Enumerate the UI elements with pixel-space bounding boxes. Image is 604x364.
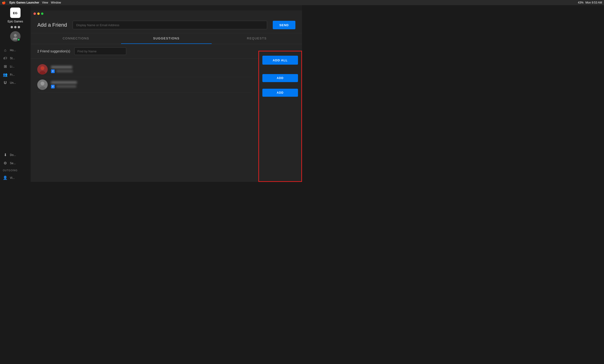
sidebar-item-downloads[interactable]: ⬇ Do... — [0, 151, 31, 159]
profile-label: Vi... — [10, 176, 15, 179]
tabs: CONNECTIONS SUGGESTIONS REQUESTS — [31, 33, 302, 44]
svg-point-5 — [41, 66, 44, 70]
maximize-button[interactable] — [41, 13, 43, 15]
outgoing-section-label: OUTGOING — [0, 167, 31, 174]
tl-3 — [18, 26, 20, 28]
store-label: St... — [10, 57, 15, 60]
library-icon: ⊞ — [3, 64, 8, 69]
sidebar-bottom: ⬇ Do... ⚙ Se... OUTGOING 👤 Vi... — [0, 151, 31, 182]
window-menu[interactable]: Window — [51, 1, 61, 4]
suggestion-count: 2 Friend suggestion(s) — [37, 49, 70, 53]
svg-point-3 — [13, 38, 18, 40]
sidebar-nav: ⌂ Ho... 🏷 St... ⊞ Li... 👥 Fr... U Un... — [0, 46, 31, 87]
unreal-icon: U — [3, 81, 8, 85]
action-panel: ADD ALL ADD ADD — [258, 51, 302, 182]
suggestion-name — [51, 66, 72, 68]
tab-requests[interactable]: REQUESTS — [212, 33, 302, 44]
suggestion-name — [51, 81, 77, 84]
sidebar-item-unreal[interactable]: U Un... — [0, 79, 31, 87]
user-avatar-wrap — [10, 31, 21, 41]
traffic-lights — [11, 26, 20, 28]
add-friend-search-input[interactable] — [73, 21, 267, 29]
friends-label: Fr... — [10, 73, 15, 76]
add-all-button[interactable]: ADD ALL — [262, 56, 298, 65]
avatar — [37, 79, 48, 90]
settings-label: Se... — [10, 162, 16, 165]
home-icon: ⌂ — [3, 48, 8, 52]
list-item: f — [37, 62, 252, 77]
app-container: EG Epic Games ⌂ Ho... 🏷 — [0, 5, 302, 182]
svg-point-2 — [14, 34, 17, 37]
sidebar-brand-label: Epic Games — [8, 20, 23, 23]
tab-connections[interactable]: CONNECTIONS — [31, 33, 121, 44]
suggestion-sub — [56, 70, 73, 72]
tl-1 — [11, 26, 13, 28]
sidebar: EG Epic Games ⌂ Ho... 🏷 — [0, 5, 31, 182]
epic-games-logo: EG — [10, 8, 21, 18]
settings-icon: ⚙ — [3, 161, 8, 165]
sidebar-item-store[interactable]: 🏷 St... — [0, 54, 31, 62]
suggestion-info: f — [51, 66, 73, 73]
sidebar-item-settings[interactable]: ⚙ Se... — [0, 159, 31, 167]
menubar: 🍎 Epic Games Launcher View Window 43% Mo… — [0, 0, 302, 5]
sidebar-item-home[interactable]: ⌂ Ho... — [0, 46, 31, 54]
close-button[interactable] — [34, 13, 36, 15]
unreal-label: Un... — [10, 81, 16, 85]
library-label: Li... — [10, 65, 14, 68]
sidebar-item-profile[interactable]: 👤 Vi... — [0, 174, 31, 182]
downloads-icon: ⬇ — [3, 153, 8, 157]
window-titlebar — [31, 10, 302, 17]
tl-2 — [14, 26, 16, 28]
send-button[interactable]: SEND — [273, 21, 295, 29]
sidebar-item-friends[interactable]: 👥 Fr... — [0, 71, 31, 79]
add-friend-panel: Add a Friend SEND CONNECTIONS SUGGESTION… — [31, 17, 302, 182]
add-button-2[interactable]: ADD — [262, 89, 298, 97]
downloads-label: Do... — [10, 153, 16, 157]
suggestion-sub — [56, 85, 76, 88]
tab-suggestions[interactable]: SUGGESTIONS — [121, 33, 211, 44]
suggestion-via: f — [51, 69, 73, 73]
online-badge — [17, 38, 20, 41]
minimize-button[interactable] — [37, 13, 40, 15]
window-frame: Add a Friend SEND CONNECTIONS SUGGESTION… — [31, 10, 302, 182]
home-label: Ho... — [10, 49, 16, 52]
apple-menu[interactable]: 🍎 — [2, 1, 6, 4]
panel-title: Add a Friend — [37, 22, 67, 28]
friends-icon: 👥 — [3, 72, 8, 77]
svg-text:EG: EG — [13, 11, 17, 15]
add-button-1[interactable]: ADD — [262, 74, 298, 82]
suggestion-info: f — [51, 81, 77, 88]
avatar — [37, 64, 48, 75]
profile-icon: 👤 — [3, 176, 8, 180]
sidebar-item-library[interactable]: ⊞ Li... — [0, 62, 31, 71]
facebook-icon: f — [51, 69, 55, 73]
suggestion-via: f — [51, 85, 77, 88]
find-by-name-input[interactable] — [74, 47, 126, 55]
store-icon: 🏷 — [3, 56, 8, 60]
app-menu-name[interactable]: Epic Games Launcher — [9, 1, 39, 4]
list-item: f — [37, 77, 252, 92]
facebook-icon: f — [51, 85, 55, 88]
svg-point-8 — [41, 82, 44, 85]
panel-header: Add a Friend SEND — [31, 17, 302, 33]
view-menu[interactable]: View — [42, 1, 48, 4]
suggestions-content: 2 Friend suggestion(s) — [31, 44, 302, 182]
